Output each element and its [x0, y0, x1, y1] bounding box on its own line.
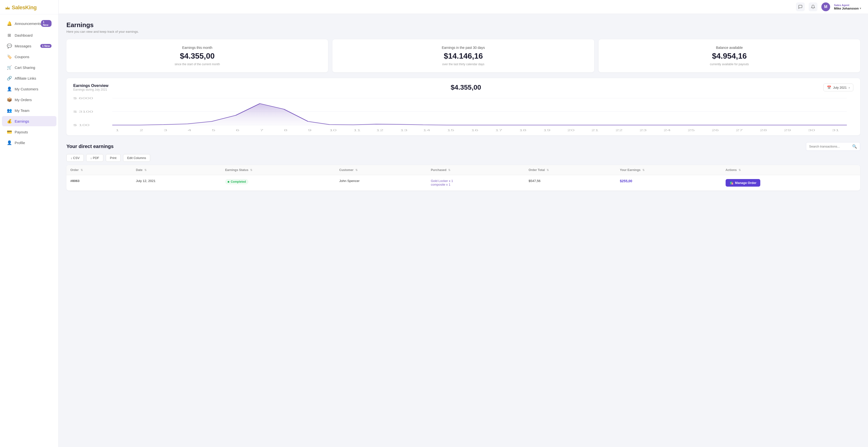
payout-icon: 💳: [7, 129, 12, 135]
stat-card-value: $4.355,00: [180, 52, 214, 61]
svg-text:10: 10: [330, 129, 337, 132]
svg-text:$ 3100: $ 3100: [73, 111, 93, 113]
svg-text:5: 5: [212, 129, 215, 132]
sidebar-nav: 🔔 Announcements 1 New ⊞ Dashboard 💬 Mess…: [0, 14, 58, 447]
svg-text:15: 15: [447, 129, 454, 132]
user-info: Sales Agent Mike Johansson ▾: [834, 4, 861, 10]
coupon-icon: 🏷️: [7, 54, 12, 59]
bag-icon: 🛍️: [730, 181, 734, 185]
stat-cards: Earnings this month $4.355,00 since the …: [66, 39, 860, 72]
sidebar-item-label: Earnings: [14, 119, 29, 123]
svg-text:30: 30: [808, 129, 815, 132]
stat-card-2: Balance available $4.954,16 currently av…: [599, 39, 860, 72]
sidebar-item-label: Cart Sharing: [14, 65, 35, 70]
search-box[interactable]: 🔍: [806, 142, 860, 151]
chevron-right-icon: ›: [849, 86, 850, 89]
nav-badge: 1 New: [40, 44, 52, 48]
stat-card-1: Earnings in the past 30 days $14.146,16 …: [332, 39, 594, 72]
pdf-button[interactable]: ↓ PDF: [86, 154, 103, 162]
sidebar-item-label: Profile: [14, 141, 25, 145]
sidebar-item-cart-sharing[interactable]: 🛒 Cart Sharing: [2, 62, 56, 72]
sidebar-item-dashboard[interactable]: ⊞ Dashboard: [2, 30, 56, 40]
sidebar-item-profile[interactable]: 👤 Profile: [2, 138, 56, 148]
svg-text:11: 11: [353, 129, 361, 132]
sidebar-item-affiliate-links[interactable]: 🔗 Affiliate Links: [2, 73, 56, 83]
sidebar-item-label: Payouts: [14, 130, 28, 134]
svg-text:21: 21: [591, 129, 599, 132]
status-dot: [228, 181, 229, 183]
bell-icon: 🔔: [7, 21, 12, 26]
table-row: #8063 July 12, 2021 Completed John Spenc…: [66, 175, 860, 191]
link-icon: 🔗: [7, 76, 12, 81]
col-order-total: Order Total ⇅: [525, 165, 616, 175]
earnings-overview-card: Earnings Overview Earnings during July 2…: [66, 78, 860, 135]
table-header: Order ⇅ Date ⇅ Earnings Status ⇅ Custome…: [66, 165, 860, 175]
overview-total: $4.355,00: [451, 84, 481, 91]
svg-text:2: 2: [140, 129, 143, 132]
sidebar-item-payouts[interactable]: 💳 Payouts: [2, 127, 56, 137]
sidebar-item-coupons[interactable]: 🏷️ Coupons: [2, 52, 56, 62]
manage-order-button[interactable]: 🛍️ Manage Order: [725, 179, 760, 187]
chevron-down-icon: ▾: [860, 7, 861, 10]
svg-text:14: 14: [423, 129, 430, 132]
col-date: Date ⇅: [132, 165, 221, 175]
svg-text:6: 6: [236, 129, 239, 132]
svg-text:7: 7: [260, 129, 264, 132]
person-icon: 👤: [7, 87, 12, 91]
sidebar-item-messages[interactable]: 💬 Messages 1 New: [2, 41, 56, 51]
svg-text:20: 20: [567, 129, 575, 132]
main-content: M Sales Agent Mike Johansson ▾ Earnings …: [59, 0, 868, 447]
svg-text:28: 28: [760, 129, 767, 132]
crown-icon: [5, 5, 10, 10]
transactions-table: Order ⇅ Date ⇅ Earnings Status ⇅ Custome…: [66, 165, 860, 190]
stat-card-value: $14.146,16: [444, 52, 483, 61]
svg-text:16: 16: [471, 129, 478, 132]
stat-card-note: since the start of the current month: [175, 62, 220, 66]
sidebar-item-announcements[interactable]: 🔔 Announcements 1 New: [2, 17, 56, 30]
transactions-table-wrap: Order ⇅ Date ⇅ Earnings Status ⇅ Custome…: [66, 165, 860, 190]
sidebar-item-label: Affiliate Links: [14, 76, 36, 80]
sidebar: SalesKing 🔔 Announcements 1 New ⊞ Dashbo…: [0, 0, 59, 447]
stat-card-0: Earnings this month $4.355,00 since the …: [66, 39, 328, 72]
col-order: Order ⇅: [66, 165, 132, 175]
edit-columns-button[interactable]: Edit Columns: [123, 154, 150, 162]
chart-svg: $ 6000 $ 3100 $ 100 1 2 3 4 5 6 7 8 9 10…: [73, 93, 854, 132]
print-button[interactable]: Print: [106, 154, 121, 162]
order-number: #8063: [66, 175, 132, 191]
earnings-chart: $ 6000 $ 3100 $ 100 1 2 3 4 5 6 7 8 9 10…: [73, 93, 854, 132]
svg-text:24: 24: [663, 129, 671, 132]
sidebar-item-my-team[interactable]: 👥 My Team: [2, 105, 56, 116]
avatar: M: [822, 2, 830, 11]
sidebar-item-earnings[interactable]: 💰 Earnings: [2, 116, 56, 126]
purchased-items: Gold Locker x 1composite x 1: [427, 175, 525, 191]
earnings-icon: 💰: [7, 119, 12, 124]
stat-card-note: over the last thirty calendar days: [442, 62, 485, 66]
brand-name: SalesKing: [12, 4, 37, 11]
table-body: #8063 July 12, 2021 Completed John Spenc…: [66, 175, 860, 191]
sidebar-item-my-orders[interactable]: 📦 My Orders: [2, 94, 56, 105]
sidebar-item-label: My Team: [14, 109, 30, 113]
page-content: Earnings Here you can view and keep trac…: [59, 14, 868, 447]
notification-icon-btn[interactable]: [809, 2, 817, 11]
date-picker-btn[interactable]: 📅 July 2021 ›: [823, 84, 854, 91]
dashboard-icon: ⊞: [7, 33, 12, 38]
csv-button[interactable]: ↓ CSV: [66, 154, 84, 162]
earnings-status: Completed: [221, 175, 335, 191]
svg-text:13: 13: [400, 129, 408, 132]
svg-text:23: 23: [640, 129, 647, 132]
svg-text:31: 31: [832, 129, 839, 132]
svg-text:8: 8: [284, 129, 287, 132]
search-input[interactable]: [809, 145, 850, 148]
stat-card-label: Earnings this month: [182, 46, 213, 50]
chat-icon-btn[interactable]: [796, 2, 805, 11]
stat-card-label: Earnings in the past 30 days: [442, 46, 485, 50]
svg-text:22: 22: [616, 129, 623, 132]
sidebar-item-my-customers[interactable]: 👤 My Customers: [2, 84, 56, 94]
overview-header: Earnings Overview Earnings during July 2…: [73, 84, 854, 91]
topbar: M Sales Agent Mike Johansson ▾: [59, 0, 868, 14]
sidebar-item-label: Coupons: [14, 55, 29, 59]
search-icon: 🔍: [852, 144, 857, 149]
user-name[interactable]: Mike Johansson ▾: [834, 7, 861, 10]
col-customer: Customer ⇅: [335, 165, 427, 175]
sidebar-item-label: Dashboard: [14, 33, 32, 37]
